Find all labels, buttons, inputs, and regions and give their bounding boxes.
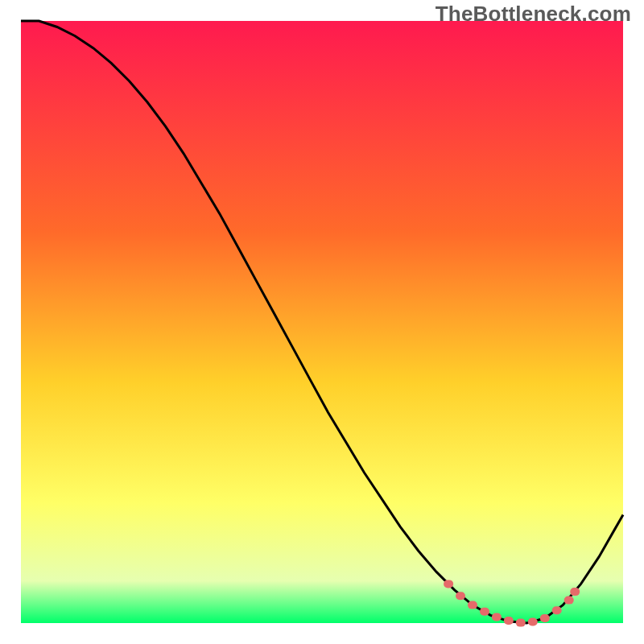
marker-dot xyxy=(564,597,574,605)
marker-dot xyxy=(528,618,538,626)
heat-gradient-background xyxy=(21,21,623,623)
marker-dot xyxy=(504,617,514,625)
marker-dot xyxy=(516,619,526,627)
watermark-label: TheBottleneck.com xyxy=(436,2,631,27)
marker-dot xyxy=(540,614,550,622)
marker-dot xyxy=(468,601,477,609)
marker-dot xyxy=(492,613,502,621)
marker-dot xyxy=(444,580,453,588)
marker-dot xyxy=(552,606,562,614)
marker-dot xyxy=(570,588,580,596)
bottleneck-curve-plot xyxy=(0,0,644,644)
marker-dot xyxy=(480,608,489,616)
chart-stage: TheBottleneck.com xyxy=(0,0,644,644)
marker-dot xyxy=(456,592,465,600)
